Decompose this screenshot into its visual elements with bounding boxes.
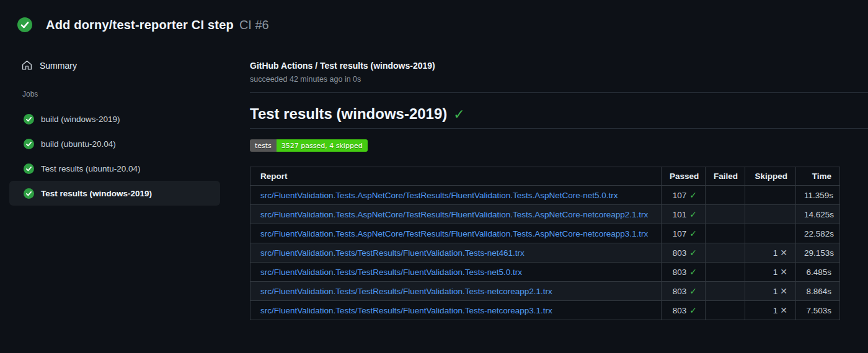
column-header-report: Report	[250, 167, 662, 186]
table-row: src/FluentValidation.Tests/TestResults/F…	[250, 243, 840, 263]
column-header-failed: Failed	[706, 167, 745, 186]
passed-check-icon: ✓	[689, 229, 697, 238]
job-label: Test results (windows-2019)	[41, 189, 152, 198]
skipped-count: 1	[773, 287, 778, 296]
passed-check-icon: ✓	[689, 267, 697, 277]
report-link[interactable]: src/FluentValidation.Tests.AspNetCore/Te…	[260, 229, 648, 238]
table-row: src/FluentValidation.Tests/TestResults/F…	[250, 263, 840, 282]
section-heading: Test results (windows-2019)✓	[250, 105, 868, 129]
time-value: 11.359s	[796, 186, 840, 205]
column-header-time: Time	[796, 167, 840, 186]
badge-value: 3527 passed, 4 skipped	[277, 139, 368, 152]
heading-text: Test results (windows-2019)	[250, 105, 447, 122]
job-success-icon	[24, 163, 34, 174]
divider	[250, 92, 868, 93]
jobs-list: build (windows-2019) build (ubuntu-20.04…	[0, 107, 248, 206]
run-header: Add dorny/test-reporter CI step CI #6	[17, 17, 269, 32]
table-body: src/FluentValidation.Tests.AspNetCore/Te…	[250, 186, 840, 320]
skipped-count: 1	[773, 248, 778, 258]
report-link[interactable]: src/FluentValidation.Tests/TestResults/F…	[260, 268, 522, 277]
sidebar: Summary Jobs build (windows-2019) build …	[0, 46, 248, 206]
report-link[interactable]: src/FluentValidation.Tests/TestResults/F…	[260, 287, 552, 296]
main-panel: GitHub Actions / Test results (windows-2…	[250, 46, 868, 320]
home-icon	[22, 60, 32, 71]
time-value: 29.153s	[796, 243, 840, 263]
job-success-icon	[24, 139, 34, 149]
passed-check-icon: ✓	[689, 190, 697, 200]
job-success-icon	[24, 114, 34, 124]
run-number: CI #6	[239, 18, 269, 32]
skipped-cross-icon: ✕	[780, 248, 787, 258]
sidebar-item-summary[interactable]: Summary	[22, 60, 248, 71]
summary-label: Summary	[40, 61, 77, 71]
skipped-count: 1	[773, 306, 778, 315]
passed-count: 107	[673, 229, 687, 238]
skipped-count: 1	[773, 268, 778, 277]
time-value: 8.864s	[796, 282, 840, 301]
passed-check-icon: ✓	[689, 286, 697, 296]
report-link[interactable]: src/FluentValidation.Tests/TestResults/F…	[260, 248, 525, 258]
heading-check-icon: ✓	[453, 107, 464, 122]
column-header-skipped: Skipped	[745, 167, 796, 186]
passed-check-icon: ✓	[689, 209, 697, 219]
time-value: 7.503s	[796, 301, 840, 320]
results-table: Report Passed Failed Skipped Time src/Fl…	[250, 167, 840, 320]
passed-check-icon: ✓	[689, 305, 697, 315]
skipped-cross-icon: ✕	[780, 305, 787, 315]
run-success-icon	[17, 17, 32, 32]
passed-count: 803	[673, 306, 687, 315]
status-line: succeeded 42 minutes ago in 0s	[250, 75, 868, 84]
tests-badge[interactable]: tests 3527 passed, 4 skipped	[250, 139, 368, 152]
report-link[interactable]: src/FluentValidation.Tests.AspNetCore/Te…	[260, 191, 618, 200]
check-run-title: GitHub Actions / Test results (windows-2…	[250, 61, 868, 71]
job-label: build (windows-2019)	[41, 115, 120, 124]
column-header-passed: Passed	[662, 167, 706, 186]
passed-count: 803	[673, 248, 687, 258]
job-label: build (ubuntu-20.04)	[41, 139, 116, 149]
passed-count: 101	[673, 210, 687, 219]
job-label: Test results (ubuntu-20.04)	[41, 164, 141, 173]
passed-check-icon: ✓	[689, 248, 697, 258]
table-row: src/FluentValidation.Tests/TestResults/F…	[250, 301, 840, 320]
sidebar-item-job[interactable]: Test results (ubuntu-20.04)	[9, 156, 220, 181]
time-value: 14.625s	[796, 205, 840, 224]
passed-count: 803	[673, 268, 687, 277]
table-header-row: Report Passed Failed Skipped Time	[250, 167, 840, 186]
page-title: Add dorny/test-reporter CI step	[46, 18, 234, 32]
table-row: src/FluentValidation.Tests.AspNetCore/Te…	[250, 205, 840, 224]
table-row: src/FluentValidation.Tests/TestResults/F…	[250, 282, 840, 301]
passed-count: 107	[673, 191, 687, 200]
time-value: 6.485s	[796, 263, 840, 282]
time-value: 22.582s	[796, 224, 840, 243]
skipped-cross-icon: ✕	[780, 286, 787, 296]
jobs-section-label: Jobs	[22, 90, 248, 98]
sidebar-item-job[interactable]: build (windows-2019)	[9, 107, 220, 131]
sidebar-item-job[interactable]: Test results (windows-2019)	[9, 181, 220, 206]
report-link[interactable]: src/FluentValidation.Tests/TestResults/F…	[260, 306, 552, 315]
sidebar-item-job[interactable]: build (ubuntu-20.04)	[9, 131, 220, 156]
table-row: src/FluentValidation.Tests.AspNetCore/Te…	[250, 186, 840, 205]
table-row: src/FluentValidation.Tests.AspNetCore/Te…	[250, 224, 840, 243]
report-link[interactable]: src/FluentValidation.Tests.AspNetCore/Te…	[260, 210, 648, 219]
job-success-icon	[24, 188, 34, 199]
passed-count: 803	[673, 287, 687, 296]
badge-label: tests	[250, 139, 277, 152]
skipped-cross-icon: ✕	[780, 267, 787, 277]
